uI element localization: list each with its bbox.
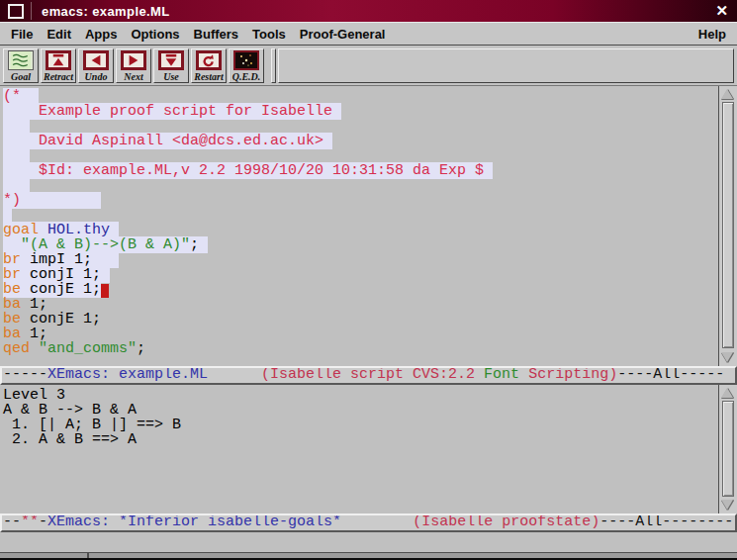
script-scrollbar[interactable] <box>718 86 737 366</box>
goals-scrollbar[interactable] <box>718 385 737 513</box>
menu-item-help[interactable]: Help <box>691 25 733 44</box>
scroll-up-arrow-icon[interactable] <box>721 88 734 100</box>
menu-item-edit[interactable]: Edit <box>40 25 78 44</box>
window-menu-icon[interactable] <box>8 4 24 19</box>
script-mode-line[interactable]: -----XEmacs: example.ML (Isabelle script… <box>0 366 737 385</box>
code-line <box>3 178 719 193</box>
code-line: be conjE 1; <box>3 312 719 327</box>
toolbar: GoalRetractUndoNextUseRestartQ.E.D. <box>0 46 737 86</box>
toolbar-separator <box>271 48 276 83</box>
goals-mode-line[interactable]: --**-XEmacs: *Inferior isabelle-goals* (… <box>0 513 737 532</box>
next-icon <box>121 50 146 70</box>
toolbar-button-goal[interactable]: Goal <box>3 48 39 83</box>
retract-icon <box>46 50 71 70</box>
menu-item-apps[interactable]: Apps <box>78 25 125 44</box>
menu-item-proof-general[interactable]: Proof-General <box>293 25 393 44</box>
code-line: David Aspinall <da@dcs.ed.ac.uk> <box>3 134 719 148</box>
echo-area[interactable] <box>0 532 737 552</box>
xemacs-frame: emacs: example.ML ✕ FileEditAppsOptionsB… <box>0 0 737 560</box>
toolbar-button-qed[interactable]: Q.E.D. <box>229 48 264 83</box>
toolbar-button-label: Retract <box>44 72 73 82</box>
code-line: Example proof script for Isabelle <box>3 104 719 119</box>
code-line: ba 1; <box>3 327 719 341</box>
toolbar-button-label: Undo <box>85 72 108 82</box>
use-icon <box>158 50 184 70</box>
title-bar[interactable]: emacs: example.ML ✕ <box>0 0 737 22</box>
goals-buffer-text[interactable]: Level 3A & B --> B & A 1. [| A; B |] ==>… <box>0 385 719 513</box>
scroll-down-arrow-icon[interactable] <box>721 351 734 363</box>
code-line: be conjE 1; <box>3 282 719 297</box>
code-line: (* <box>3 89 719 104</box>
frame-bottom-edge <box>0 552 737 560</box>
scroll-up-arrow-icon[interactable] <box>721 387 734 399</box>
frame-resize-notch <box>87 553 89 558</box>
titlebar-divider <box>31 2 32 20</box>
goals-line: 2. A & B ==> A <box>3 432 719 447</box>
goal-scroll-icon <box>8 50 34 70</box>
toolbar-button-undo[interactable]: Undo <box>78 48 114 83</box>
qed-icon <box>233 50 259 70</box>
scrollbar-thumb[interactable] <box>722 102 734 348</box>
code-line <box>3 119 719 134</box>
code-line: ba 1; <box>3 297 719 312</box>
code-line: br impI 1; <box>3 252 719 267</box>
scrollbar-thumb[interactable] <box>722 401 734 497</box>
restart-icon <box>196 50 222 70</box>
code-line: *) <box>3 193 719 208</box>
menu-item-tools[interactable]: Tools <box>245 25 293 44</box>
menu-bar: FileEditAppsOptionsBuffersToolsProof-Gen… <box>0 22 737 46</box>
toolbar-button-label: Use <box>163 72 179 82</box>
code-line: goal HOL.thy <box>3 223 719 237</box>
goals-buffer-window[interactable]: Level 3A & B --> B & A 1. [| A; B |] ==>… <box>0 385 737 513</box>
goals-line: 1. [| A; B |] ==> B <box>3 418 719 432</box>
toolbar-button-label: Restart <box>194 72 223 82</box>
toolbar-button-label: Goal <box>11 72 31 82</box>
toolbar-button-use[interactable]: Use <box>153 48 189 83</box>
toolbar-button-next[interactable]: Next <box>116 48 151 83</box>
window-title: emacs: example.ML <box>34 4 170 19</box>
code-line: "(A & B)-->(B & A)"; <box>3 237 719 252</box>
menu-item-options[interactable]: Options <box>124 25 186 44</box>
menu-item-buffers[interactable]: Buffers <box>187 25 246 44</box>
toolbar-button-label: Q.E.D. <box>232 72 261 82</box>
toolbar-button-restart[interactable]: Restart <box>191 48 227 83</box>
code-line: qed "and_comms"; <box>3 341 719 356</box>
toolbar-filler <box>278 48 734 83</box>
text-cursor <box>101 284 109 298</box>
script-buffer-text[interactable]: (* Example proof script for Isabelle Dav… <box>0 86 719 366</box>
scroll-down-arrow-icon[interactable] <box>721 499 734 511</box>
menu-item-file[interactable]: File <box>4 25 40 44</box>
code-line: br conjI 1; <box>3 267 719 282</box>
toolbar-button-label: Next <box>124 72 142 82</box>
goals-line: A & B --> B & A <box>3 403 719 418</box>
code-line: $Id: example.ML,v 2.2 1998/10/20 10:31:5… <box>3 163 719 178</box>
goals-line: Level 3 <box>3 388 719 403</box>
undo-icon <box>83 50 109 70</box>
code-line <box>3 148 719 163</box>
code-line <box>3 208 719 223</box>
toolbar-button-retract[interactable]: Retract <box>41 48 76 83</box>
script-buffer-window[interactable]: (* Example proof script for Isabelle Dav… <box>0 86 737 366</box>
close-icon[interactable]: ✕ <box>706 2 737 20</box>
